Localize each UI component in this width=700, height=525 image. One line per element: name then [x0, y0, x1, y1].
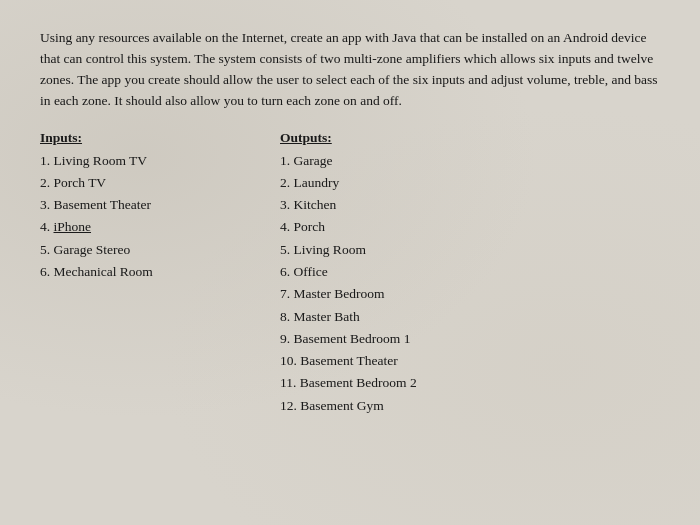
- inputs-column: Inputs: 1. Living Room TV 2. Porch TV 3.…: [40, 130, 280, 284]
- list-item: 1. Garage: [280, 150, 660, 172]
- list-item: 2. Porch TV: [40, 172, 280, 194]
- list-item: 5. Garage Stereo: [40, 239, 280, 261]
- list-item: 9. Basement Bedroom 1: [280, 328, 660, 350]
- list-item: 6. Office: [280, 261, 660, 283]
- list-item: 4. Porch: [280, 216, 660, 238]
- list-item: 4. iPhone: [40, 216, 280, 238]
- columns-container: Inputs: 1. Living Room TV 2. Porch TV 3.…: [40, 130, 660, 417]
- outputs-header: Outputs:: [280, 130, 660, 146]
- outputs-column: Outputs: 1. Garage 2. Laundry 3. Kitchen…: [280, 130, 660, 417]
- list-item: 12. Basement Gym: [280, 395, 660, 417]
- list-item: 5. Living Room: [280, 239, 660, 261]
- list-item: 11. Basement Bedroom 2: [280, 372, 660, 394]
- list-item: 8. Master Bath: [280, 306, 660, 328]
- iphone-label: iPhone: [54, 219, 92, 234]
- list-item: 10. Basement Theater: [280, 350, 660, 372]
- list-item: 1. Living Room TV: [40, 150, 280, 172]
- list-item: 7. Master Bedroom: [280, 283, 660, 305]
- list-item: 6. Mechanical Room: [40, 261, 280, 283]
- list-item: 2. Laundry: [280, 172, 660, 194]
- list-item: 3. Kitchen: [280, 194, 660, 216]
- list-item: 3. Basement Theater: [40, 194, 280, 216]
- inputs-header: Inputs:: [40, 130, 280, 146]
- page-content: Using any resources available on the Int…: [40, 28, 660, 417]
- intro-paragraph: Using any resources available on the Int…: [40, 28, 660, 112]
